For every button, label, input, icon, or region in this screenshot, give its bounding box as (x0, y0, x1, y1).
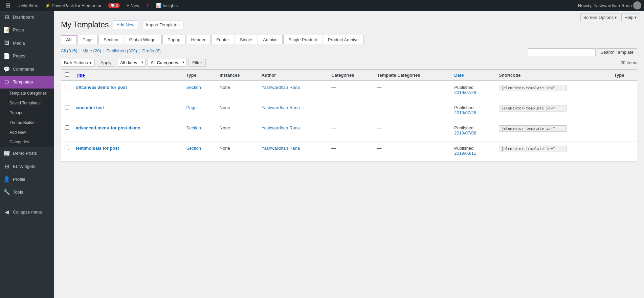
filter-drafts-link[interactable]: Drafts (6) (142, 48, 161, 53)
row-date-status: Published (454, 125, 473, 130)
date-sort-link[interactable]: Date (454, 73, 464, 78)
col-shortcode-header: Shortcode (495, 70, 611, 81)
row-title-cell: woo mini test Edit | Delete Permanently … (72, 101, 183, 121)
categories-select[interactable]: All Categories (148, 59, 186, 67)
tab-page[interactable]: Page (77, 35, 98, 44)
row-type-link[interactable]: Section (186, 85, 201, 90)
row-type-link[interactable]: Section (186, 125, 201, 130)
row-type-link[interactable]: Page (186, 105, 197, 110)
adminbar-right: Howdy, Yashwardhan Rana (578, 1, 641, 9)
tab-popup[interactable]: Popup (162, 35, 185, 44)
filter-button[interactable]: Filter (188, 59, 206, 67)
sidebar-item-comments[interactable]: 💬 Comments (0, 63, 54, 76)
help-button[interactable]: Help ▾ (621, 14, 640, 21)
comment-icon: 💬 (110, 3, 115, 8)
row-categories: — (331, 125, 336, 130)
shortcode-input[interactable] (499, 125, 567, 132)
row-date-link[interactable]: 2019/03/11 (454, 151, 476, 156)
sidebar-item-add-new[interactable]: Add New (0, 128, 54, 138)
collapse-icon: ◀ (3, 208, 10, 216)
row-date-link[interactable]: 2019/07/26 (454, 110, 476, 115)
bulk-actions-select[interactable]: Bulk Actions ▾ (61, 59, 95, 67)
tab-product-archive[interactable]: Product Archive (323, 35, 364, 44)
shortcode-input[interactable] (499, 85, 567, 91)
row-author-link[interactable]: Yashwardhan Rana (262, 105, 300, 110)
search-input[interactable] (528, 48, 596, 56)
insights-label: Insights (163, 3, 178, 8)
sidebar-item-el-widgets[interactable]: ⊞ EL Widgets (0, 160, 54, 173)
row-shortcode-cell (495, 121, 611, 142)
sidebar-item-tools[interactable]: 🔧 Tools (0, 186, 54, 199)
filter-all-link[interactable]: All (315) (61, 48, 77, 53)
import-templates-button[interactable]: Import Templates (142, 21, 183, 29)
row-type-cell: Section (183, 81, 216, 101)
top-right-area: Screen Options ▾ Help ▾ (576, 11, 644, 24)
row-author-link[interactable]: Yashwardhan Rana (262, 146, 300, 151)
row-author-link[interactable]: Yashwardhan Rana (262, 125, 300, 130)
row-checkbox[interactable] (65, 105, 69, 109)
sidebar-item-collapse[interactable]: ◀ Collapse menu (0, 206, 54, 219)
row-author-link[interactable]: Yashwardhan Rana (262, 85, 300, 90)
apply-button[interactable]: Apply (97, 59, 115, 67)
shortcode-input[interactable] (499, 146, 567, 152)
powerpack-item[interactable]: ⚡ PowerPack for Elementor (42, 0, 104, 11)
new-item[interactable]: + New (124, 0, 142, 11)
row-title-link[interactable]: testimonials for post (76, 146, 119, 151)
tab-header[interactable]: Header (186, 35, 211, 44)
row-title-link[interactable]: woo mini test (76, 105, 104, 110)
row-type-link[interactable]: Section (186, 146, 201, 151)
sidebar-item-profile[interactable]: 👤 Profile (0, 173, 54, 186)
row-template-categories: — (377, 85, 381, 90)
row-checkbox-cell (61, 81, 73, 101)
sidebar-item-theme-builder[interactable]: Theme Builder (0, 118, 54, 128)
comments-item[interactable]: 💬 0 (106, 0, 123, 11)
tab-global-widget[interactable]: Global Widget (124, 35, 162, 44)
insights-item[interactable]: 📊 Insights (153, 0, 181, 11)
sidebar-item-categories[interactable]: Categories (0, 137, 54, 147)
row-checkbox[interactable] (65, 146, 69, 150)
wp-logo-item[interactable]: ⊞ (3, 0, 13, 11)
filter-published-link[interactable]: Published (309) (106, 48, 137, 53)
add-new-submenu-label: Add New (9, 130, 26, 135)
row-date-link[interactable]: 2019/07/29 (454, 90, 476, 95)
row-checkbox[interactable] (65, 125, 69, 130)
row-title-link[interactable]: offcanvas demo for post (76, 85, 127, 90)
type2-col-label: Type (614, 73, 624, 78)
sidebar-item-templates[interactable]: ⬡ Templates (0, 76, 54, 89)
tab-all[interactable]: All (61, 35, 77, 44)
sidebar: ⊞ Dashboard 📝 Posts 🖼 Media 📄 Pages 💬 Co… (0, 11, 54, 298)
yoast-item[interactable]: Y (143, 0, 152, 11)
date-select[interactable]: All dates (117, 59, 146, 67)
tab-section[interactable]: Section (98, 35, 123, 44)
my-sites-item[interactable]: ⌂ My Sites (15, 0, 41, 11)
row-instances-cell: None (216, 142, 258, 162)
screen-options-arrow-icon: ▾ (615, 15, 617, 20)
sidebar-item-posts[interactable]: 📝 Posts (0, 24, 54, 36)
shortcode-input[interactable] (499, 105, 567, 111)
select-all-checkbox[interactable] (65, 72, 69, 77)
row-title-link[interactable]: advanced-menu-for post-demo (76, 125, 140, 130)
row-checkbox-cell (61, 121, 73, 142)
add-new-button[interactable]: Add New (113, 21, 138, 29)
row-date-link[interactable]: 2019/07/08 (454, 130, 476, 135)
row-date-status: Published (454, 105, 473, 110)
tab-single-product[interactable]: Single Product (283, 35, 322, 44)
search-template-button[interactable]: Search Template (597, 48, 637, 56)
tab-single[interactable]: Single (235, 35, 257, 44)
sidebar-item-pages[interactable]: 📄 Pages (0, 50, 54, 63)
templates-icon: ⬡ (3, 78, 10, 86)
sidebar-item-saved-templates[interactable]: Saved Templates (0, 98, 54, 108)
title-sort-link[interactable]: Title (76, 73, 85, 78)
row-checkbox[interactable] (65, 85, 69, 89)
screen-options-button[interactable]: Screen Options ▾ (580, 14, 620, 21)
sidebar-item-dashboard[interactable]: ⊞ Dashboard (0, 11, 54, 24)
sidebar-item-popups[interactable]: Popups (0, 108, 54, 118)
col-check (61, 70, 73, 81)
sidebar-item-template-categories[interactable]: Template Categories (0, 89, 54, 98)
sidebar-item-media[interactable]: 🖼 Media (0, 37, 54, 50)
tab-footer[interactable]: Footer (211, 35, 234, 44)
tab-archive[interactable]: Archive (258, 35, 283, 44)
sidebar-item-demo-posts[interactable]: 📰 Demo Posts (0, 147, 54, 160)
tab-bar: All Page Section Global Widget Popup Hea… (61, 35, 637, 44)
filter-mine-link[interactable]: Mine (20) (83, 48, 101, 53)
